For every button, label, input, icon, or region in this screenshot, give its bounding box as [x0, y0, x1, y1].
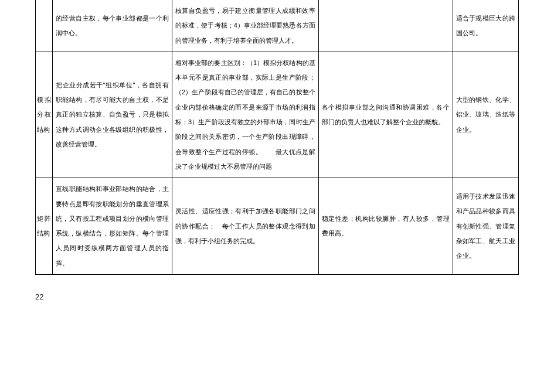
- table-row: 模拟分权结构 把企业分成若干"组织单位"，各自拥有职能结构，有尽可能大的自主权，…: [36, 52, 519, 178]
- description-cell: 的经营自主权，每个事业部都是一个利润中心。: [53, 0, 172, 52]
- applicable-cell: 适用于技术发展迅速和产品品种较多而具有创新性强、管理复杂如军工、航天工业企业。: [453, 178, 518, 275]
- table-row: 的经营自主权，每个事业部都是一个利润中心。 核算自负盈亏，易于建立衡量管理人成绩…: [36, 0, 519, 52]
- advantages-cell: 相对事业部的要主区别：（1）模拟分权结构的基本单元不是真正的事业部，实际上是生产…: [172, 52, 319, 178]
- advantages-cell: 核算自负盈亏，易于建立衡量管理人成绩和效率的标准，便于考核；4）事业部经理要熟悉…: [172, 0, 319, 52]
- structure-name-cell: 矩阵结构: [36, 178, 53, 275]
- applicable-cell: 适合于规模巨大的跨国公司。: [453, 0, 518, 52]
- structure-name-cell: [36, 0, 53, 52]
- advantages-cell: 灵活性、适应性强；有利于加强各职能部门之间的协作配合； 每个工作人员的整体观念得…: [172, 178, 319, 275]
- table-row: 矩阵结构 直线职能结构和事业部结构的结合，主要特点是即有按职能划分的垂直管理系统…: [36, 178, 519, 275]
- org-structure-table: 的经营自主权，每个事业部都是一个利润中心。 核算自负盈亏，易于建立衡量管理人成绩…: [35, 0, 519, 275]
- disadvantages-cell: [318, 0, 453, 52]
- structure-name-cell: 模拟分权结构: [36, 52, 53, 178]
- description-cell: 直线职能结构和事业部结构的结合，主要特点是即有按职能划分的垂直管理系统，又有按工…: [53, 178, 172, 275]
- description-cell: 把企业分成若干"组织单位"，各自拥有职能结构，有尽可能大的自主权，不是真正的独立…: [53, 52, 172, 178]
- applicable-cell: 大型的钢铁、化学、铝业、玻璃、造纸等企业。: [453, 52, 518, 178]
- document-page: 的经营自主权，每个事业部都是一个利润中心。 核算自负盈亏，易于建立衡量管理人成绩…: [0, 0, 554, 307]
- disadvantages-cell: 稳定性差；机构比较臃肿，有人较多，管理费用高。: [318, 178, 453, 275]
- disadvantages-cell: 各个模拟事业部之间沟通和协调困难，各个部门的负责人也难以了解整个企业的概貌。: [318, 52, 453, 178]
- page-number: 22: [35, 292, 519, 301]
